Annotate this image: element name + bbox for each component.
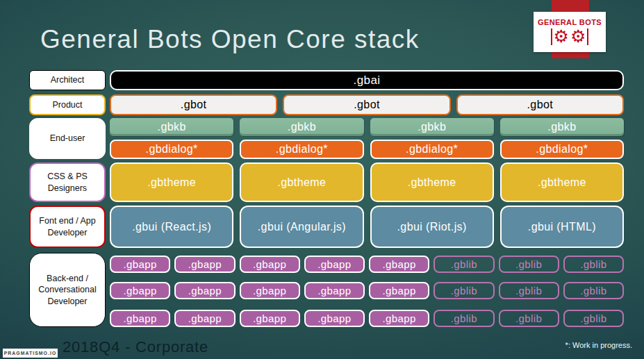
stack-box-gbapp: .gbapp bbox=[174, 310, 235, 327]
stack-box-gbapp: .gbapp bbox=[110, 256, 170, 273]
stack-row-gbai: .gbai bbox=[110, 70, 624, 90]
stack-box-gbapp: .gbapp bbox=[369, 282, 429, 299]
gear-icon: ⚙ bbox=[570, 28, 586, 45]
stack-box-gbkb: .gbkb bbox=[110, 118, 233, 136]
stack-box-gbkb: .gbkb bbox=[240, 118, 363, 136]
stack-box-gbapp: .gbapp bbox=[110, 310, 170, 327]
stack-box-gbapp: .gbapp bbox=[110, 282, 170, 299]
row-label-architect: Architect bbox=[29, 70, 106, 90]
stack-box-gbtheme: .gbtheme bbox=[500, 162, 624, 202]
pragmatismo-logo: PRAGMATISMO.IO bbox=[3, 349, 58, 358]
row-label-product: Product bbox=[29, 94, 106, 115]
general-bots-logo: GENERAL BOTS ⚙ ⚙ bbox=[534, 12, 606, 52]
stack-box-gbui: .gbui (Riot.js) bbox=[370, 206, 494, 248]
stack-box-gbtheme: .gbtheme bbox=[240, 162, 363, 202]
logo-wordmark: GENERAL BOTS bbox=[538, 18, 602, 26]
stack-row-gbkb: .gbkb.gbkb.gbkb.gbkb bbox=[110, 118, 624, 136]
stack-row-gbtheme: .gbtheme.gbtheme.gbtheme.gbtheme bbox=[110, 162, 624, 202]
stack-box-gblib: .gblib bbox=[563, 282, 624, 299]
work-in-progress-footnote: *: Work in progress. bbox=[565, 341, 632, 349]
stack-box-gbkb: .gbkb bbox=[500, 118, 624, 136]
logo-tick-right bbox=[587, 28, 588, 45]
stack-box-gbapp: .gbapp bbox=[240, 282, 300, 299]
stack-box-gbapp: .gbapp bbox=[240, 256, 300, 273]
stack-row-gbui: .gbui (React.js).gbui (Angular.js).gbui … bbox=[110, 206, 624, 248]
stack-box-gblib: .gblib bbox=[434, 256, 494, 273]
row-label-back-end-conversational-developer: Back-end /ConversationalDeveloper bbox=[29, 253, 106, 327]
stack-box-gbot: .gbot bbox=[283, 94, 450, 115]
stack-box-gbui: .gbui (HTML) bbox=[500, 206, 624, 248]
stack-box-gblib: .gblib bbox=[499, 282, 559, 299]
stack-box-gblib: .gblib bbox=[499, 256, 559, 273]
stack-box-gbdialog: .gbdialog* bbox=[240, 140, 363, 159]
stack-box-gblib: .gblib bbox=[434, 282, 494, 299]
stack-box-gbot: .gbot bbox=[456, 94, 624, 115]
stack-box-gbai: .gbai bbox=[110, 70, 624, 90]
stack-box-gbapp: .gbapp bbox=[304, 282, 365, 299]
stack-row-backend-1: .gbapp.gbapp.gbapp.gbapp.gbapp.gblib.gbl… bbox=[110, 256, 624, 273]
gears-icon: ⚙ ⚙ bbox=[551, 27, 589, 47]
slide-canvas: General Bots Open Core stack GENERAL BOT… bbox=[0, 0, 644, 359]
stack-box-gblib: .gblib bbox=[499, 310, 559, 327]
stack-box-gbdialog: .gbdialog* bbox=[370, 140, 494, 159]
stack-box-gbtheme: .gbtheme bbox=[370, 162, 494, 202]
stack-row-gbot: .gbot.gbot.gbot bbox=[110, 94, 624, 115]
stack-box-gbapp: .gbapp bbox=[369, 256, 429, 273]
stack-box-gbdialog: .gbdialog* bbox=[110, 140, 233, 159]
stack-box-gbapp: .gbapp bbox=[304, 310, 365, 327]
logo-tick-left bbox=[551, 28, 552, 45]
stack-box-gbui: .gbui (Angular.js) bbox=[240, 206, 363, 248]
stack-row-backend-2: .gbapp.gbapp.gbapp.gbapp.gbapp.gblib.gbl… bbox=[110, 282, 624, 299]
row-label-front-end-app-developer: Font end / AppDeveloper bbox=[29, 206, 106, 248]
stack-box-gbui: .gbui (React.js) bbox=[110, 206, 233, 248]
stack-box-gblib: .gblib bbox=[563, 310, 624, 327]
stack-box-gbapp: .gbapp bbox=[369, 310, 429, 327]
stack-box-gbtheme: .gbtheme bbox=[110, 162, 233, 202]
stack-row-backend-3: .gbapp.gbapp.gbapp.gbapp.gbapp.gblib.gbl… bbox=[110, 310, 624, 327]
stack-box-gblib: .gblib bbox=[434, 310, 494, 327]
stack-box-gbot: .gbot bbox=[110, 94, 277, 115]
row-label-end-user: End-user bbox=[29, 118, 106, 159]
stack-box-gbapp: .gbapp bbox=[174, 256, 235, 273]
stack-box-gbapp: .gbapp bbox=[174, 282, 235, 299]
gear-icon: ⚙ bbox=[554, 28, 569, 45]
page-title: General Bots Open Core stack bbox=[40, 25, 420, 54]
stack-box-gbkb: .gbkb bbox=[370, 118, 494, 136]
stack-box-gbapp: .gbapp bbox=[240, 310, 300, 327]
stack-box-gbdialog: .gbdialog* bbox=[500, 140, 624, 159]
stack-box-gblib: .gblib bbox=[563, 256, 624, 273]
stack-row-gbdialog: .gbdialog*.gbdialog*.gbdialog*.gbdialog* bbox=[110, 140, 624, 159]
row-label-css-ps-designers: CSS & PSDesigners bbox=[29, 162, 106, 202]
slide-caption: 2018Q4 - Corporate bbox=[63, 338, 208, 356]
stack-box-gbapp: .gbapp bbox=[304, 256, 365, 273]
